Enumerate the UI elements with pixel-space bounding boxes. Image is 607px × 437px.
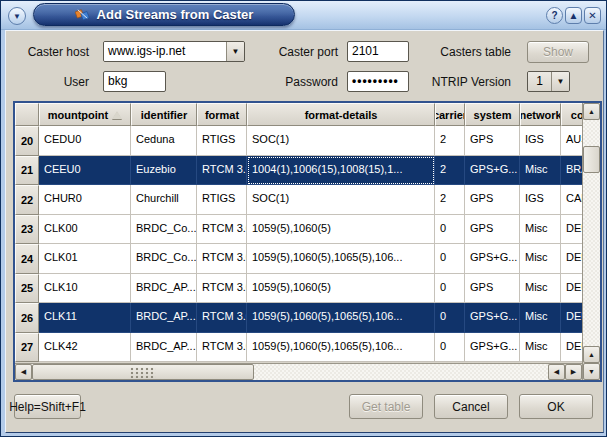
- table-cell-carrier[interactable]: 2: [435, 156, 465, 186]
- table-cell-mountpoint[interactable]: CLK11: [39, 303, 131, 333]
- row-number-cell[interactable]: 27: [15, 333, 39, 363]
- table-cell-system[interactable]: GPS: [465, 185, 520, 215]
- table-cell-country[interactable]: DEU: [561, 215, 582, 245]
- vertical-scrollbar[interactable]: ▲ ▲ ▼: [582, 103, 600, 380]
- table-cell-carrier[interactable]: 0: [435, 215, 465, 245]
- table-cell-identifier[interactable]: BRDC_Co...: [131, 244, 197, 274]
- table-cell-system[interactable]: GPS+G...: [465, 244, 520, 274]
- table-cell-format[interactable]: RTCM 3.0: [197, 215, 247, 245]
- table-cell-mountpoint[interactable]: CLK00: [39, 215, 131, 245]
- scroll-up-icon[interactable]: ▲: [583, 346, 600, 363]
- table-cell-carrier[interactable]: 2: [435, 126, 465, 156]
- table-cell-identifier[interactable]: Ceduna: [131, 126, 197, 156]
- column-header-network[interactable]: network: [520, 103, 561, 126]
- ntrip-version-combobox[interactable]: 1 ▼: [527, 71, 570, 92]
- table-cell-format[interactable]: RTCM 3.0: [197, 303, 247, 333]
- get-table-button[interactable]: Get table: [349, 394, 423, 419]
- table-cell-country[interactable]: DEU: [561, 333, 582, 363]
- table-cell-network[interactable]: Misc: [520, 244, 561, 274]
- row-number-cell[interactable]: 26: [15, 303, 39, 333]
- column-header-carrier[interactable]: carrier: [435, 103, 465, 126]
- row-number-cell[interactable]: 22: [15, 185, 39, 215]
- table-cell-network[interactable]: Misc: [520, 303, 561, 333]
- show-button[interactable]: Show: [527, 41, 589, 63]
- row-number-cell[interactable]: 25: [15, 274, 39, 304]
- table-cell-mountpoint[interactable]: CLK01: [39, 244, 131, 274]
- table-cell-mountpoint[interactable]: CHUR0: [39, 185, 131, 215]
- user-field[interactable]: bkg: [103, 71, 166, 92]
- table-cell-details[interactable]: SOC(1): [247, 126, 435, 156]
- help-shortcut-button[interactable]: Help=Shift+F1: [14, 394, 81, 419]
- table-cell-identifier[interactable]: BRDC_Co...: [131, 215, 197, 245]
- table-cell-format[interactable]: RTCM 3.0: [197, 244, 247, 274]
- table-row[interactable]: 20CEDU0CedunaRTIGSSOC(1)2GPSIGSAUS: [15, 126, 582, 156]
- chevron-down-icon[interactable]: ▼: [551, 72, 569, 91]
- column-header-identifier[interactable]: identifier: [131, 103, 197, 126]
- table-cell-network[interactable]: IGS: [520, 126, 561, 156]
- table-cell-details[interactable]: 1059(5),1060(5): [247, 215, 435, 245]
- table-cell-details[interactable]: 1059(5),1060(5): [247, 274, 435, 304]
- scroll-up-icon[interactable]: ▲: [583, 103, 600, 120]
- table-cell-network[interactable]: Misc: [520, 274, 561, 304]
- table-cell-network[interactable]: Misc: [520, 333, 561, 363]
- horizontal-scroll-track[interactable]: [32, 364, 548, 380]
- table-row[interactable]: 24CLK01BRDC_Co...RTCM 3.01059(5),1060(5)…: [15, 244, 582, 274]
- table-cell-country[interactable]: AUS: [561, 126, 582, 156]
- scroll-down-icon[interactable]: ▼: [583, 363, 600, 380]
- row-number-cell[interactable]: 24: [15, 244, 39, 274]
- table-cell-network[interactable]: Misc: [520, 215, 561, 245]
- table-row[interactable]: 27CLK42BRDC_AP...RTCM 3.01059(5),1060(5)…: [15, 333, 582, 363]
- vertical-scroll-thumb[interactable]: [583, 146, 600, 173]
- horizontal-scroll-thumb[interactable]: [32, 364, 254, 380]
- table-cell-details[interactable]: 1059(5),1060(5),1065(5),106...: [247, 333, 435, 363]
- help-button[interactable]: ?: [546, 7, 563, 24]
- table-cell-identifier[interactable]: BRDC_AP...: [131, 274, 197, 304]
- table-row[interactable]: 23CLK00BRDC_Co...RTCM 3.01059(5),1060(5)…: [15, 215, 582, 245]
- table-cell-carrier[interactable]: 0: [435, 274, 465, 304]
- table-cell-system[interactable]: GPS+G...: [465, 156, 520, 186]
- table-cell-system[interactable]: GPS: [465, 126, 520, 156]
- table-cell-format[interactable]: RTIGS: [197, 185, 247, 215]
- table-cell-mountpoint[interactable]: CEDU0: [39, 126, 131, 156]
- column-header-format[interactable]: format: [197, 103, 247, 126]
- table-cell-mountpoint[interactable]: CLK10: [39, 274, 131, 304]
- table-cell-details[interactable]: SOC(1): [247, 185, 435, 215]
- table-cell-country[interactable]: DEU: [561, 244, 582, 274]
- table-cell-network[interactable]: Misc: [520, 156, 561, 186]
- table-cell-country[interactable]: DEU: [561, 303, 582, 333]
- scroll-left-icon[interactable]: ◀: [548, 364, 565, 380]
- table-cell-format[interactable]: RTCM 3.0: [197, 274, 247, 304]
- table-cell-country[interactable]: DEU: [561, 274, 582, 304]
- table-cell-details[interactable]: 1059(5),1060(5),1065(5),106...: [247, 303, 435, 333]
- table-cell-country[interactable]: BRA: [561, 156, 582, 186]
- scroll-right-icon[interactable]: ▶: [565, 364, 582, 380]
- column-header-row-number[interactable]: [15, 103, 39, 126]
- table-cell-country[interactable]: CAN: [561, 185, 582, 215]
- table-cell-mountpoint[interactable]: CLK42: [39, 333, 131, 363]
- scroll-left-icon[interactable]: ◀: [15, 364, 32, 380]
- table-cell-carrier[interactable]: 0: [435, 244, 465, 274]
- table-cell-identifier[interactable]: Churchill: [131, 185, 197, 215]
- table-row[interactable]: 22CHUR0ChurchillRTIGSSOC(1)2GPSIGSCAN: [15, 185, 582, 215]
- table-cell-details[interactable]: 1004(1),1006(15),1008(15),1...: [247, 156, 435, 186]
- window-menu-button[interactable]: ▼: [8, 7, 26, 25]
- table-row[interactable]: 26CLK11BRDC_AP...RTCM 3.01059(5),1060(5)…: [15, 303, 582, 333]
- table-cell-identifier[interactable]: Euzebio: [131, 156, 197, 186]
- table-cell-format[interactable]: RTIGS: [197, 126, 247, 156]
- column-header-country[interactable]: country: [561, 103, 582, 126]
- horizontal-scrollbar[interactable]: ◀ ◀ ▶: [15, 363, 582, 380]
- table-cell-identifier[interactable]: BRDC_AP...: [131, 333, 197, 363]
- close-button[interactable]: ✕: [584, 7, 601, 24]
- cancel-button[interactable]: Cancel: [434, 394, 508, 419]
- table-cell-carrier[interactable]: 0: [435, 333, 465, 363]
- column-header-system[interactable]: system: [465, 103, 520, 126]
- maximize-button[interactable]: ▲: [565, 7, 582, 24]
- table-row[interactable]: 21CEEU0EuzebioRTCM 3.01004(1),1006(15),1…: [15, 156, 582, 186]
- vertical-scroll-track[interactable]: [583, 120, 600, 346]
- row-number-cell[interactable]: 23: [15, 215, 39, 245]
- table-cell-network[interactable]: IGS: [520, 185, 561, 215]
- caster-host-combobox[interactable]: www.igs-ip.net ▼: [103, 41, 245, 62]
- table-row[interactable]: 25CLK10BRDC_AP...RTCM 3.01059(5),1060(5)…: [15, 274, 582, 304]
- column-header-mountpoint[interactable]: mountpoint: [39, 103, 131, 126]
- ok-button[interactable]: OK: [519, 394, 593, 419]
